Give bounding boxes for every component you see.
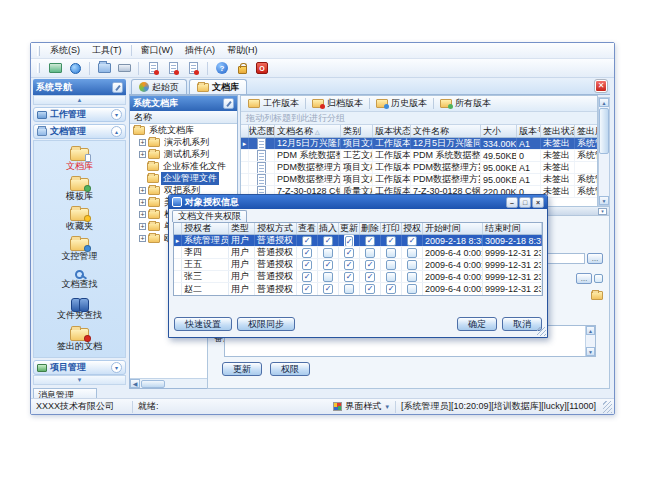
close-icon[interactable]: ✕ [595, 80, 607, 92]
perm-checkbox-insert[interactable] [323, 284, 333, 294]
sidebar-group-project[interactable]: 项目管理 ▾ [33, 360, 126, 375]
dialog-titlebar[interactable]: 对象授权信息 – □ × [169, 195, 547, 209]
perm-checkbox-grant[interactable] [407, 284, 417, 294]
header-grantee[interactable]: 授权者 [182, 223, 229, 234]
globe-icon[interactable] [66, 60, 84, 77]
perm-checkbox-delete[interactable] [365, 272, 375, 282]
perm-checkbox-update[interactable] [344, 248, 354, 258]
perm-checkbox-delete[interactable] [365, 236, 375, 246]
table-row[interactable]: PDM 系统数据整理检... 工艺文档 工作版本 PDM 系统数据整理... 4… [241, 150, 597, 162]
resize-grip[interactable] [603, 401, 612, 413]
permission-button[interactable]: 权限 [270, 362, 310, 376]
scroll-left-icon[interactable]: ◀ [130, 379, 140, 388]
tab-start-page[interactable]: 起始页 [131, 79, 187, 94]
tab-doc-library[interactable]: 文档库 [189, 79, 247, 94]
ok-button[interactable]: 确定 [457, 317, 497, 331]
scroll-down-icon[interactable]: ▼ [599, 196, 609, 205]
header-type[interactable]: 类型 [229, 223, 255, 234]
perm-checkbox-delete[interactable] [365, 248, 375, 258]
interface-style-selector[interactable]: 界面样式 ▼ [328, 401, 396, 413]
help-icon[interactable]: ? [213, 60, 231, 77]
permission-row[interactable]: 王五 用户 普通授权 2009-6-4 0:00:00 9999-12-31 2… [174, 259, 542, 271]
sidebar-item-checked-out-docs[interactable]: 签出的文档 [34, 324, 125, 354]
menu-plugins[interactable]: 插件(A) [179, 43, 221, 58]
expander-icon[interactable]: + [139, 211, 146, 218]
sidebar-group-document[interactable]: 文档管理 ▴ [33, 124, 126, 139]
perm-checkbox-view[interactable] [302, 272, 312, 282]
chevron-down-icon[interactable]: ▾ [111, 109, 122, 120]
table-row[interactable]: ▸ 12月5日万兴隆同行... 项目文档 工作版本 12月5日万兴隆同行... … [241, 138, 597, 150]
history-version-button[interactable]: 历史版本 [372, 97, 431, 111]
toolbar-grip[interactable] [37, 63, 40, 73]
permission-row[interactable]: 赵二 用户 普通授权 2009-6-4 0:00:00 9999-12-31 2… [174, 283, 542, 295]
expander-icon[interactable]: + [139, 139, 146, 146]
doc-check-icon[interactable] [164, 60, 182, 77]
perm-checkbox-view[interactable] [302, 284, 312, 294]
sidebar-item-favorites[interactable]: 收藏夹 [34, 204, 125, 234]
table-row[interactable]: PDM数据整理方案2.doc 项目文档 工作版本 PDM数据整理方案2.doc … [241, 174, 597, 186]
perm-checkbox-update[interactable] [344, 284, 354, 294]
sidebar-group-work[interactable]: 工作管理 ▾ [33, 107, 126, 122]
browse-button[interactable]: … [576, 273, 592, 284]
work-version-button[interactable]: 工作版本 [244, 97, 303, 111]
scroll-up-icon[interactable]: ▲ [599, 98, 609, 107]
header-grant[interactable]: 授权 [402, 223, 423, 234]
sidebar-item-folder-search[interactable]: 文件夹查找 [34, 294, 125, 324]
remark-scrollbar[interactable]: ▲ ▼ [585, 326, 595, 356]
menu-system[interactable]: 系统(S) [44, 43, 86, 58]
header-end-time[interactable]: 结束时间 [483, 223, 542, 234]
resize-grip[interactable] [537, 327, 546, 336]
perm-checkbox-update[interactable] [344, 272, 354, 282]
header-file-name[interactable]: 文件名称 [411, 125, 481, 137]
property-checkbox[interactable] [594, 274, 603, 283]
permission-sync-button[interactable]: 权限同步 [237, 317, 295, 331]
quick-settings-button[interactable]: 快速设置 [174, 317, 232, 331]
table-vertical-scrollbar[interactable]: ▲ ▼ [598, 97, 610, 206]
chevron-down-icon[interactable]: ▾ [111, 362, 122, 373]
tree-item[interactable]: + 演示机系列 [130, 136, 237, 148]
tree-item-selected[interactable]: 企业管理文件 [130, 172, 237, 184]
header-start-time[interactable]: 开始时间 [423, 223, 483, 234]
header-checkout-status[interactable]: 签出状态 [541, 125, 575, 137]
collapse-icon[interactable]: ▾ [598, 208, 607, 215]
perm-checkbox-grant[interactable] [407, 248, 417, 258]
permission-row[interactable]: 张三 用户 普通授权 2009-6-4 0:00:00 9999-12-31 2… [174, 271, 542, 283]
perm-checkbox-grant[interactable] [407, 272, 417, 282]
expander-icon[interactable]: + [139, 151, 146, 158]
permission-row[interactable]: ▸ 系统管理员 用户 普通授权 2009-2-18 8:35:57 3009-2… [174, 235, 542, 247]
update-button[interactable]: 更新 [222, 362, 262, 376]
perm-checkbox-insert[interactable] [323, 248, 333, 258]
menu-tools[interactable]: 工具(T) [86, 43, 128, 58]
expander-icon[interactable]: + [139, 199, 146, 206]
cancel-button[interactable]: 取消 [502, 317, 542, 331]
tree-item[interactable]: 企业标准化文件 [130, 160, 237, 172]
permission-row[interactable]: 李四 用户 普通授权 2009-6-4 0:00:00 9999-12-31 2… [174, 247, 542, 259]
perm-checkbox-insert[interactable] [323, 260, 333, 270]
perm-checkbox-update[interactable] [344, 260, 354, 270]
perm-checkbox-print[interactable] [386, 236, 396, 246]
archive-version-button[interactable]: 归档版本 [308, 97, 367, 111]
all-versions-button[interactable]: 所有版本 [436, 97, 495, 111]
open-folder-icon[interactable] [591, 291, 603, 300]
scrollbar-thumb[interactable] [141, 380, 165, 388]
header-checkout-user[interactable]: 签出用户 [575, 125, 598, 137]
expander-icon[interactable]: + [139, 223, 146, 230]
computer-sync-icon[interactable] [46, 60, 64, 77]
message-management-tab[interactable]: 消息管理 [33, 388, 97, 398]
perm-checkbox-insert[interactable] [323, 236, 333, 246]
header-version[interactable]: 版本号 [517, 125, 541, 137]
scrollbar-thumb[interactable] [599, 108, 609, 154]
scroll-up-icon[interactable]: ▲ [586, 326, 595, 335]
tree-item[interactable]: + 测试机系列 [130, 148, 237, 160]
perm-checkbox-print[interactable] [386, 248, 396, 258]
minimize-icon[interactable]: – [506, 197, 518, 208]
sidebar-scroll-down[interactable]: ▼ [33, 375, 126, 385]
header-size[interactable]: 大小 [481, 125, 517, 137]
table-row[interactable]: PDM数据整理方案.doc 项目文档 工作版本 PDM数据整理方案.doc 95… [241, 162, 597, 174]
menu-window[interactable]: 窗口(W) [135, 43, 180, 58]
sidebar-item-template-library[interactable]: 模板库 [34, 174, 125, 204]
pin-icon[interactable] [223, 98, 234, 109]
doc-new-icon[interactable] [144, 60, 162, 77]
expander-icon[interactable]: + [139, 187, 146, 194]
tree-root[interactable]: 系统文档库 [130, 124, 237, 136]
